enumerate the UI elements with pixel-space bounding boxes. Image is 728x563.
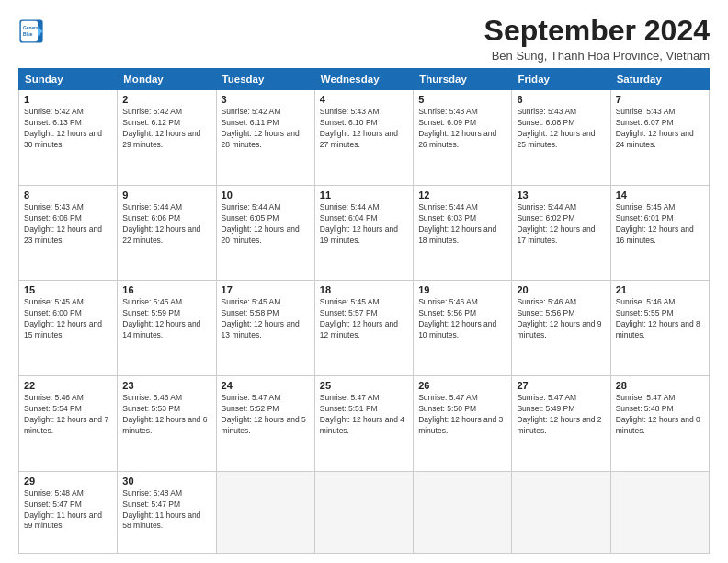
week-row-1: 1 Sunrise: 5:42 AMSunset: 6:13 PMDayligh… xyxy=(19,90,710,186)
page: General Blue September 2024 Ben Sung, Th… xyxy=(0,0,728,563)
week-row-4: 22 Sunrise: 5:46 AMSunset: 5:54 PMDaylig… xyxy=(19,376,710,472)
day-26: 26 Sunrise: 5:47 AMSunset: 5:50 PMDaylig… xyxy=(414,376,512,472)
day-12: 12 Sunrise: 5:44 AMSunset: 6:03 PMDaylig… xyxy=(414,185,512,281)
day-8: 8 Sunrise: 5:43 AMSunset: 6:06 PMDayligh… xyxy=(19,185,118,281)
day-14: 14 Sunrise: 5:45 AMSunset: 6:01 PMDaylig… xyxy=(610,185,709,281)
logo: General Blue xyxy=(18,18,48,44)
col-friday: Friday xyxy=(512,69,610,90)
day-4: 4 Sunrise: 5:43 AMSunset: 6:10 PMDayligh… xyxy=(314,90,413,186)
day-25: 25 Sunrise: 5:47 AMSunset: 5:51 PMDaylig… xyxy=(314,376,413,472)
week-row-2: 8 Sunrise: 5:43 AMSunset: 6:06 PMDayligh… xyxy=(19,185,710,281)
day-6: 6 Sunrise: 5:43 AMSunset: 6:08 PMDayligh… xyxy=(512,90,610,186)
day-2: 2 Sunrise: 5:42 AMSunset: 6:12 PMDayligh… xyxy=(118,90,216,186)
empty-cell-5 xyxy=(610,471,709,553)
day-27: 27 Sunrise: 5:47 AMSunset: 5:49 PMDaylig… xyxy=(512,376,610,472)
col-wednesday: Wednesday xyxy=(314,69,413,90)
col-saturday: Saturday xyxy=(610,69,709,90)
day-11: 11 Sunrise: 5:44 AMSunset: 6:04 PMDaylig… xyxy=(314,185,413,281)
day-16: 16 Sunrise: 5:45 AMSunset: 5:59 PMDaylig… xyxy=(118,281,216,376)
empty-cell-3 xyxy=(414,471,512,553)
svg-rect-2 xyxy=(21,21,38,41)
day-7: 7 Sunrise: 5:43 AMSunset: 6:07 PMDayligh… xyxy=(610,90,709,186)
empty-cell-1 xyxy=(216,471,314,553)
svg-text:General: General xyxy=(23,26,40,30)
empty-cell-4 xyxy=(512,471,610,553)
month-title: September 2024 xyxy=(484,15,710,47)
day-15: 15 Sunrise: 5:45 AMSunset: 6:00 PMDaylig… xyxy=(19,281,118,376)
day-21: 21 Sunrise: 5:46 AMSunset: 5:55 PMDaylig… xyxy=(610,281,709,376)
day-24: 24 Sunrise: 5:47 AMSunset: 5:52 PMDaylig… xyxy=(216,376,314,472)
day-28: 28 Sunrise: 5:47 AMSunset: 5:48 PMDaylig… xyxy=(610,376,709,472)
day-20: 20 Sunrise: 5:46 AMSunset: 5:56 PMDaylig… xyxy=(512,281,610,376)
week-row-3: 15 Sunrise: 5:45 AMSunset: 6:00 PMDaylig… xyxy=(19,281,710,376)
header: General Blue September 2024 Ben Sung, Th… xyxy=(18,15,710,63)
day-29: 29 Sunrise: 5:48 AMSunset: 5:47 PMDaylig… xyxy=(19,471,118,553)
col-thursday: Thursday xyxy=(414,69,512,90)
day-13: 13 Sunrise: 5:44 AMSunset: 6:02 PMDaylig… xyxy=(512,185,610,281)
col-tuesday: Tuesday xyxy=(216,69,314,90)
day-9: 9 Sunrise: 5:44 AMSunset: 6:06 PMDayligh… xyxy=(118,185,216,281)
day-30: 30 Sunrise: 5:48 AMSunset: 5:47 PMDaylig… xyxy=(118,471,216,553)
day-22: 22 Sunrise: 5:46 AMSunset: 5:54 PMDaylig… xyxy=(19,376,118,472)
day-23: 23 Sunrise: 5:46 AMSunset: 5:53 PMDaylig… xyxy=(118,376,216,472)
logo-icon: General Blue xyxy=(18,18,44,44)
calendar: Sunday Monday Tuesday Wednesday Thursday… xyxy=(18,68,710,554)
day-3: 3 Sunrise: 5:42 AMSunset: 6:11 PMDayligh… xyxy=(216,90,314,186)
day-10: 10 Sunrise: 5:44 AMSunset: 6:05 PMDaylig… xyxy=(216,185,314,281)
title-block: September 2024 Ben Sung, Thanh Hoa Provi… xyxy=(484,15,710,63)
empty-cell-2 xyxy=(314,471,413,553)
day-1: 1 Sunrise: 5:42 AMSunset: 6:13 PMDayligh… xyxy=(19,90,118,186)
day-17: 17 Sunrise: 5:45 AMSunset: 5:58 PMDaylig… xyxy=(216,281,314,376)
day-19: 19 Sunrise: 5:46 AMSunset: 5:56 PMDaylig… xyxy=(414,281,512,376)
day-5: 5 Sunrise: 5:43 AMSunset: 6:09 PMDayligh… xyxy=(414,90,512,186)
col-sunday: Sunday xyxy=(19,69,118,90)
svg-text:Blue: Blue xyxy=(23,32,33,37)
col-monday: Monday xyxy=(118,69,216,90)
day-18: 18 Sunrise: 5:45 AMSunset: 5:57 PMDaylig… xyxy=(314,281,413,376)
subtitle: Ben Sung, Thanh Hoa Province, Vietnam xyxy=(484,49,710,63)
week-row-5: 29 Sunrise: 5:48 AMSunset: 5:47 PMDaylig… xyxy=(19,471,710,553)
